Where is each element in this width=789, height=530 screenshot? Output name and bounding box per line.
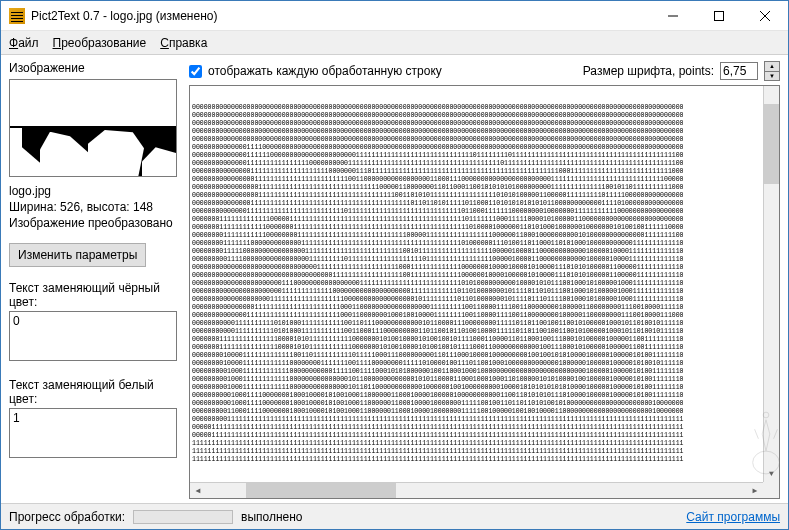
- menu-transform[interactable]: Преобразование: [53, 36, 147, 50]
- horizontal-scrollbar[interactable]: ◀ ▶: [190, 482, 763, 498]
- black-text-input[interactable]: [9, 311, 177, 361]
- transform-status-text: Изображение преобразовано: [9, 215, 177, 231]
- window-title: Pict2Text 0.7 - logo.jpg (изменено): [31, 9, 650, 23]
- statusbar: Прогресс обработки: выполнено Сайт прогр…: [1, 503, 788, 529]
- spinner-up-icon[interactable]: ▲: [765, 62, 779, 72]
- white-text-label: Текст заменяющий белый цвет:: [9, 378, 177, 406]
- scroll-down-icon[interactable]: ▼: [764, 466, 779, 482]
- scroll-corner: [763, 482, 779, 498]
- minimize-button[interactable]: [650, 1, 696, 31]
- output-textarea[interactable]: 0000000000000000000000000000000000000000…: [189, 85, 780, 499]
- vertical-scrollbar[interactable]: ▲ ▼: [763, 86, 779, 482]
- content-area: Изображение logo.jpg Ширина: 526, высота…: [1, 55, 788, 503]
- app-icon: [9, 8, 25, 24]
- image-label: Изображение: [9, 61, 177, 75]
- font-size-label: Размер шрифта, points:: [583, 64, 714, 78]
- right-panel: отображать каждую обработанную строку Ра…: [185, 55, 788, 503]
- menu-file[interactable]: Файл: [9, 36, 39, 50]
- black-text-label: Текст заменяющий чёрный цвет:: [9, 281, 177, 309]
- right-toolbar: отображать каждую обработанную строку Ра…: [189, 61, 780, 81]
- scroll-left-icon[interactable]: ◀: [190, 483, 206, 499]
- dimensions-text: Ширина: 526, высота: 148: [9, 199, 177, 215]
- progress-bar: [133, 510, 233, 524]
- white-text-input[interactable]: [9, 408, 177, 458]
- spinner-down-icon[interactable]: ▼: [765, 72, 779, 81]
- show-each-row-label: отображать каждую обработанную строку: [208, 64, 442, 78]
- image-preview: [9, 79, 177, 177]
- font-size-input[interactable]: [720, 62, 758, 80]
- maximize-button[interactable]: [696, 1, 742, 31]
- change-params-button[interactable]: Изменить параметры: [9, 243, 146, 267]
- show-each-row-checkbox[interactable]: [189, 65, 202, 78]
- svg-rect-1: [715, 11, 724, 20]
- menubar: Файл Преобразование Справка: [1, 31, 788, 55]
- left-panel: Изображение logo.jpg Ширина: 526, высота…: [1, 55, 185, 503]
- filename-text: logo.jpg: [9, 183, 177, 199]
- site-link[interactable]: Сайт программы: [686, 510, 780, 524]
- close-button[interactable]: [742, 1, 788, 31]
- menu-help[interactable]: Справка: [160, 36, 207, 50]
- titlebar: Pict2Text 0.7 - logo.jpg (изменено): [1, 1, 788, 31]
- vertical-scroll-thumb[interactable]: [764, 104, 779, 184]
- font-size-spinner[interactable]: ▲ ▼: [764, 61, 780, 81]
- scroll-right-icon[interactable]: ▶: [747, 483, 763, 499]
- done-label: выполнено: [241, 510, 303, 524]
- horizontal-scroll-thumb[interactable]: [246, 483, 396, 499]
- progress-label: Прогресс обработки:: [9, 510, 125, 524]
- image-info: logo.jpg Ширина: 526, высота: 148 Изобра…: [9, 183, 177, 231]
